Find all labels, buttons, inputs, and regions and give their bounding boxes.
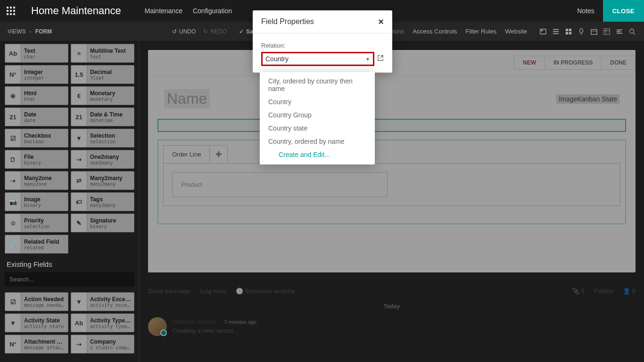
dropdown-option[interactable]: Country, ordered by name: [260, 135, 375, 148]
svg-rect-13: [553, 33, 559, 34]
status-new[interactable]: NEW: [514, 56, 545, 70]
relation-input[interactable]: [263, 53, 363, 65]
field-name-label: Image: [24, 196, 41, 203]
field-box-html[interactable]: ⊕Htmlhtml: [5, 86, 68, 105]
chevron-down-icon[interactable]: ▼: [363, 57, 373, 62]
menu-configuration[interactable]: Configuration: [193, 7, 232, 15]
search-icon[interactable]: [628, 27, 636, 36]
send-message-button[interactable]: Send message: [148, 288, 191, 295]
field-box-date[interactable]: 21Datedate: [5, 107, 68, 126]
undo-button[interactable]: ↺ UNDO: [172, 28, 196, 35]
field-box-one2many[interactable]: ⇢One2manyone2many: [71, 150, 134, 169]
field-tech-label: datetime: [90, 118, 123, 123]
drop-zone[interactable]: [157, 119, 626, 132]
svg-rect-4: [10, 10, 12, 12]
redo-button[interactable]: ↻ REDO: [203, 28, 227, 35]
field-box-binary[interactable]: 🗋Filebinary: [5, 150, 68, 169]
field-tech-label: monetary: [90, 97, 115, 102]
field-box-boolean[interactable]: ☑Checkboxboolean: [5, 129, 68, 148]
modal-body: Relation: ▼: [253, 33, 392, 73]
field-tech-label: many2many: [90, 181, 123, 187]
add-tab-button[interactable]: ✚: [210, 145, 228, 163]
field-icon: 🗋: [5, 150, 21, 168]
field-box-activity_type_…[interactable]: AbActivity Type I…activity_type_…: [71, 313, 134, 332]
tab-website[interactable]: Website: [505, 28, 527, 35]
svg-rect-17: [569, 32, 571, 34]
field-box-datetime[interactable]: 21Date & Timedatetime: [71, 107, 134, 126]
attachment-count[interactable]: 📎 0: [572, 288, 585, 295]
new-fields-palette: AbTextchar≡Multiline TexttextN°Integerin…: [5, 44, 134, 254]
field-box-message_needac…[interactable]: ☑Action Neededmessage_needac…: [5, 292, 68, 311]
field-box-float[interactable]: 1.5Decimalfloat: [71, 65, 134, 84]
field-name-label: Many2one: [24, 175, 52, 181]
field-name-label: One2many: [90, 154, 119, 160]
field-box-binary[interactable]: 📷Imagebinary: [5, 192, 68, 211]
notebook: Order Line ✚ Product: [157, 140, 626, 224]
calendar-view-icon[interactable]: [590, 27, 598, 36]
kanban-view-icon[interactable]: [564, 27, 573, 36]
clock-icon: 🕓: [236, 288, 243, 295]
field-name-label: Html: [24, 90, 37, 97]
tab-bar: Order Line ✚: [163, 145, 620, 163]
paperclip-icon: 📎: [572, 288, 579, 295]
dropdown-option[interactable]: Country state: [260, 122, 375, 135]
notes-link[interactable]: Notes: [577, 7, 594, 15]
field-name-label: File: [24, 154, 41, 160]
statusbar[interactable]: NEW IN PROGRESS DONE: [514, 56, 636, 70]
form-view-icon[interactable]: [539, 27, 547, 36]
field-box-message_attach…[interactable]: N°Attachment C…message_attach…: [5, 335, 68, 354]
field-icon: 🏷: [71, 193, 87, 211]
external-link-icon[interactable]: [377, 55, 384, 63]
field-tech-label: float: [90, 75, 112, 81]
field-tech-label: message_attach…: [24, 345, 65, 350]
field-box-x_studio_compa…[interactable]: ⇢Companyx_studio_compa…: [71, 335, 134, 354]
field-box-monetary[interactable]: €Monetarymonetary: [71, 86, 134, 105]
field-box-binary[interactable]: ✎Signaturebinary: [71, 214, 134, 232]
field-box-many2one[interactable]: ⇢Many2onemany2one: [5, 171, 68, 190]
form-area: NEW IN PROGRESS DONE Name ImageKanban St…: [148, 50, 636, 272]
modal-close-button[interactable]: ×: [378, 17, 384, 26]
field-box-integer[interactable]: N°Integerinteger: [5, 65, 68, 84]
schedule-activity-button[interactable]: 🕓 Schedule activity: [236, 288, 295, 295]
log-note-button[interactable]: Log note: [200, 288, 226, 295]
field-box-selection[interactable]: ☆Priorityselection: [5, 214, 68, 232]
dropdown-option[interactable]: Country Group: [260, 108, 375, 122]
svg-rect-0: [7, 7, 8, 8]
existing-fields-palette: ☑Action Neededmessage_needac…▼Activity E…: [5, 292, 134, 354]
relation-input-highlight: ▼: [261, 52, 374, 66]
follow-button[interactable]: Follow: [594, 288, 613, 295]
pivot-view-icon[interactable]: [603, 27, 611, 36]
status-in-progress[interactable]: IN PROGRESS: [545, 56, 602, 70]
field-box-selection[interactable]: ▼Selectionselection: [71, 129, 134, 148]
list-view-icon[interactable]: [552, 27, 560, 36]
log-time: - 7 minutes ago: [221, 319, 256, 325]
name-field[interactable]: Name: [164, 89, 210, 108]
dropdown-option[interactable]: Country: [260, 95, 375, 108]
header-right: Notes CLOSE: [577, 0, 644, 22]
tab-access-controls[interactable]: Access Controls: [413, 28, 457, 35]
tab-filter-rules[interactable]: Filter Rules: [466, 28, 497, 35]
field-icon: 21: [71, 108, 87, 126]
field-box-char[interactable]: AbTextchar: [5, 44, 68, 63]
field-name-label: Date & Time: [90, 111, 123, 118]
tab-order-line[interactable]: Order Line: [163, 145, 210, 163]
activity-view-icon[interactable]: [615, 27, 624, 36]
field-box-activity_excep…[interactable]: ▼Activity Excep…activity_excep…: [71, 292, 134, 311]
close-button[interactable]: CLOSE: [603, 0, 644, 22]
breadcrumb-views[interactable]: VIEWS: [8, 28, 26, 35]
follower-count[interactable]: 👤 0: [623, 288, 636, 295]
field-box-activity_state[interactable]: ▼Activity Stateactivity_state: [5, 313, 68, 332]
map-view-icon[interactable]: [577, 27, 586, 36]
field-box-many2many[interactable]: 🏷Tagsmany2many: [71, 192, 134, 211]
field-box-many2many[interactable]: ⇄Many2manymany2many: [71, 171, 134, 190]
apps-icon[interactable]: [0, 0, 22, 22]
field-box-text[interactable]: ≡Multiline Texttext: [71, 44, 134, 63]
image-kanban-field[interactable]: ImageKanban State: [556, 94, 619, 104]
menu-maintenance[interactable]: Maintenance: [145, 7, 182, 15]
search-input[interactable]: [5, 272, 134, 287]
dropdown-option[interactable]: City, ordered by country then name: [260, 74, 375, 95]
product-field[interactable]: Product: [172, 172, 388, 197]
field-box-related[interactable]: 🔗Related Fieldrelated: [5, 235, 68, 254]
create-and-edit[interactable]: Create and Edit...: [260, 148, 375, 162]
status-done[interactable]: DONE: [602, 56, 636, 70]
